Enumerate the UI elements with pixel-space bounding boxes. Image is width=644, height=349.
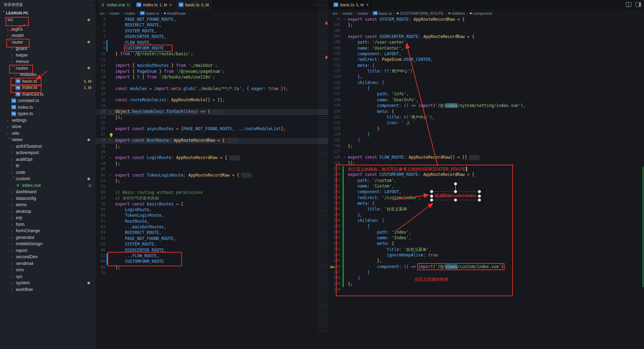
- code-line-9[interactable]: 9 CUSTOMFORM_ROUTE: [96, 46, 328, 51]
- code-line-245[interactable]: 245 },: [328, 258, 644, 264]
- code-line-45[interactable]: 45: [96, 167, 328, 172]
- code-line-26[interactable]: 26export const asyncRoutes = [PAGE_NOT_F…: [96, 126, 328, 132]
- code-line-120[interactable]: 120 meta: {: [328, 109, 644, 115]
- code-line-233[interactable]: 233 component: LAYOUT,: [328, 189, 644, 195]
- code-line-231[interactable]: 231 path: '/custom',: [328, 178, 644, 184]
- code-line-105[interactable]: 105};: [328, 23, 644, 28]
- code-line-16[interactable]: 16const modules = import.meta.glob('./mo…: [96, 86, 328, 92]
- breadcrumb-item-component[interactable]: ◆component: [470, 11, 492, 15]
- code-line-46[interactable]: 46›export const TokenLoginRoute: AppRout…: [96, 173, 328, 178]
- breadcrumb-item-src[interactable]: src: [333, 11, 338, 15]
- tree-item-activereport[interactable]: ›activereport: [0, 150, 96, 156]
- tree-item-bi[interactable]: ›bi: [0, 163, 96, 169]
- code-line-37[interactable]: 37›export const LoginRoute: AppRouteReco…: [96, 155, 328, 161]
- code-line-14[interactable]: 14import { t } from '/@/hooks/web/useI18…: [96, 75, 328, 80]
- tree-item-desktop[interactable]: ›desktop: [0, 208, 96, 215]
- code-line-128[interactable]: 128›export const FLOW_ROUTE: AppRouteRec…: [328, 155, 644, 160]
- code-editor-index-ts[interactable]: 4 PAGE_NOT_FOUND_ROUTE,5 REDIRECT_ROUTE,…: [96, 17, 328, 349]
- close-icon[interactable]: ×: [169, 2, 172, 7]
- code-line-242[interactable]: 242 meta: {: [328, 241, 644, 247]
- fold-chevron-icon[interactable]: ›: [343, 17, 346, 21]
- code-line-54[interactable]: 54};: [96, 178, 328, 184]
- code-line-18[interactable]: 18const routeModuleList: AppRouteModule[…: [96, 97, 328, 103]
- code-line-124[interactable]: 124 }: [328, 132, 644, 138]
- code-line-236[interactable]: 236 title: '自定义菜单': [328, 207, 644, 212]
- tree-item-helper[interactable]: ›helper: [0, 52, 96, 59]
- tree-item-guard[interactable]: ›guard: [0, 45, 96, 52]
- tree-item-sendmail[interactable]: ›sendmail: [0, 260, 96, 267]
- tab-basic.ts[interactable]: TSbasic.ts5, M: [175, 0, 212, 9]
- code-line-111[interactable]: 111 redirect: PageEnum.USER_CENTER,: [328, 57, 644, 63]
- code-line-107[interactable]: 107export const USERCENTER_ROUTE: AppRou…: [328, 34, 644, 40]
- code-line-56[interactable]: 56// Basic routing without permissions: [96, 190, 328, 196]
- code-line-106[interactable]: 106: [328, 28, 644, 34]
- code-line-20[interactable]: 20›Object.keys(modules).forEach((key) =>…: [96, 109, 328, 115]
- workspace-header[interactable]: › LEARUN PC: [0, 9, 96, 17]
- tree-item-store[interactable]: ›store: [0, 123, 96, 130]
- tab-index.vue[interactable]: Vindex.vueU: [97, 0, 133, 9]
- code-line-232[interactable]: 232 name: 'Custom',: [328, 184, 644, 189]
- code-line-122[interactable]: 122 icon: ' 人 ': [328, 120, 644, 126]
- breadcrumb-item-basic.ts[interactable]: TSbasic.ts: [373, 11, 392, 15]
- tree-item-dataconfig[interactable]: ›dataconfig: [0, 195, 96, 202]
- code-line-62[interactable]: 62 ...mainOutRoutes,: [96, 224, 328, 230]
- customize-layout-icon[interactable]: [636, 2, 641, 7]
- tree-item-index.ts[interactable]: TSindex.ts1, M: [0, 84, 96, 91]
- code-line-7[interactable]: 7 USERCENTER_ROUTE,: [96, 34, 328, 40]
- tree-item-sys[interactable]: ›sys: [0, 273, 96, 280]
- tree-item-constant.ts[interactable]: TSconstant.ts: [0, 97, 96, 104]
- breadcrumb-item-routes[interactable]: routes: [124, 11, 135, 15]
- code-line-240[interactable]: 240 path: 'index',: [328, 230, 644, 235]
- breadcrumb-item-index.ts[interactable]: TSindex.ts: [140, 11, 159, 15]
- fold-chevron-icon[interactable]: ›: [109, 138, 111, 142]
- code-line-113[interactable]: 113 title: t('用户中心'): [328, 69, 644, 74]
- tree-item-index.ts[interactable]: TSindex.ts: [0, 104, 96, 111]
- code-line-64[interactable]: 64 PAGE_NOT_FOUND_ROUTE,: [96, 236, 328, 242]
- code-line-55[interactable]: 55: [96, 184, 328, 190]
- code-line-123[interactable]: 123 }: [328, 126, 644, 132]
- code-line-234[interactable]: 234 redirect: '/custom/index',: [328, 195, 644, 201]
- tree-item-views[interactable]: ›views: [0, 137, 96, 143]
- code-line-15[interactable]: 15: [96, 80, 328, 86]
- tree-item-system[interactable]: ›system: [0, 280, 96, 286]
- minimap[interactable]: [318, 0, 328, 332]
- code-line-250[interactable]: 250: [328, 287, 644, 293]
- breadcrumb-item-routes[interactable]: routes: [357, 11, 368, 15]
- tree-item-src[interactable]: ›src: [0, 17, 96, 23]
- code-line-110[interactable]: 110 component: LAYOUT,: [328, 51, 644, 57]
- tree-item-utils[interactable]: ›utils: [0, 130, 96, 137]
- folded-region-ellipsis[interactable]: ···: [212, 109, 222, 114]
- breadcrumb-item-CUSTOMFORM_ROUTE[interactable]: ◆CUSTOMFORM_ROUTE: [397, 11, 444, 15]
- code-line-4[interactable]: 4 PAGE_NOT_FOUND_ROUTE,: [96, 17, 328, 23]
- tree-item-erp[interactable]: ›erp: [0, 215, 96, 221]
- tree-item-custom[interactable]: ›custom: [0, 176, 96, 182]
- code-line-60[interactable]: 60 TokenLoginRoute,: [96, 213, 328, 218]
- tree-item-workflow[interactable]: ›workflow: [0, 286, 96, 293]
- code-line-13[interactable]: 13import { PageEnum } from '/@/enums/pag…: [96, 69, 328, 75]
- code-line-237[interactable]: 237 },: [328, 212, 644, 218]
- code-line-228[interactable]: 228}];: [328, 161, 644, 166]
- code-line-238[interactable]: 238 children: [: [328, 218, 644, 224]
- code-line-24[interactable]: 24});: [96, 115, 328, 121]
- tree-item-generator[interactable]: ›generator: [0, 234, 96, 241]
- code-line-58[interactable]: 58export const basicRoutes = [: [96, 202, 328, 207]
- tree-item-code[interactable]: ›code: [0, 169, 96, 176]
- code-line-76[interactable]: 76›export const SYSTEM_ROUTE: AppRouteRe…: [328, 17, 644, 23]
- code-line-61[interactable]: 61 RootRoute,: [96, 219, 328, 224]
- tree-item-index.vue[interactable]: Vindex.vueU: [0, 182, 96, 189]
- code-line-27[interactable]: 27: [96, 132, 328, 138]
- folded-region-ellipsis[interactable]: ···: [241, 173, 252, 178]
- code-line-244[interactable]: 244 ignoreKeepAlive: true: [328, 253, 644, 258]
- breadcrumb-item-src[interactable]: src: [100, 11, 105, 15]
- code-line-63[interactable]: 63 REDIRECT_ROUTE,: [96, 230, 328, 236]
- code-line-125[interactable]: 125 ]: [328, 138, 644, 143]
- tab-index.ts[interactable]: TSindex.ts1, M×: [133, 0, 175, 9]
- code-line-65[interactable]: 65 SYSTEM_ROUTE,: [96, 242, 328, 247]
- tree-item-dashboard[interactable]: ›dashboard: [0, 189, 96, 195]
- code-editor-basic-ts[interactable]: 76›export const SYSTEM_ROUTE: AppRouteRe…: [328, 17, 644, 349]
- close-icon[interactable]: ×: [366, 2, 369, 7]
- breadcrumb-item-router[interactable]: router: [110, 11, 120, 15]
- code-line-11[interactable]: 11: [96, 57, 328, 63]
- tree-item-types.ts[interactable]: TStypes.ts: [0, 110, 96, 117]
- code-line-230[interactable]: 230export const CUSTOMFORM_ROUTE: AppRou…: [328, 172, 644, 178]
